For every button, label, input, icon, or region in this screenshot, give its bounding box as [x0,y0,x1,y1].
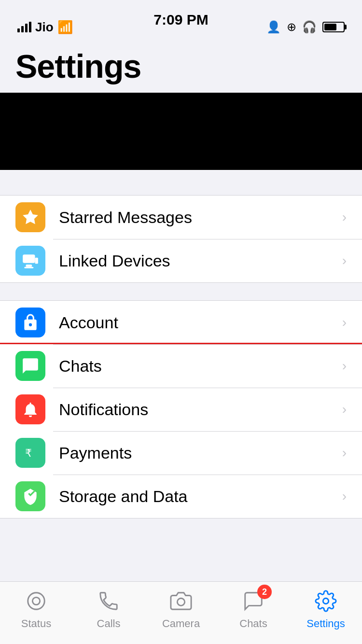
headphone-icon: 🎧 [302,20,317,34]
chevron-icon: › [342,489,347,504]
camera-tab-label: Camera [162,617,200,630]
starred-messages-label: Starred Messages [59,208,342,227]
payments-icon: ₹ [15,438,45,468]
chats-badge: 2 [257,585,272,599]
settings-tab-icon [315,590,337,612]
chevron-icon: › [342,315,347,330]
svg-rect-2 [24,267,33,268]
section-gap-1 [0,178,362,195]
signal-icon [17,22,31,32]
camera-tab-icon-wrap [167,588,195,615]
settings-tab-label: Settings [306,617,345,630]
chats-tab-icon-wrap: 2 [240,588,267,615]
chevron-icon: › [342,210,347,225]
linked-devices-icon [15,246,45,276]
camera-tab-icon [170,590,192,612]
account-label: Account [59,313,342,332]
notifications-label: Notifications [59,400,342,419]
svg-text:₹: ₹ [25,447,32,459]
linked-devices-row[interactable]: Linked Devices › [0,239,362,282]
chevron-icon: › [342,445,347,461]
page-title: Settings [15,47,347,85]
svg-rect-3 [35,258,38,264]
carrier-name: Jio [35,20,54,35]
chats-icon [15,351,45,381]
tab-calls[interactable]: Calls [72,588,145,630]
chats-row[interactable]: Chats › [0,344,362,388]
status-time: 7:09 PM [153,12,208,28]
svg-point-5 [28,593,45,610]
chats-label: Chats [59,357,342,376]
svg-rect-1 [26,265,32,267]
profile-card [0,93,362,170]
calls-tab-label: Calls [97,617,121,630]
status-tab-label: Status [21,617,51,630]
settings-tab-icon-wrap [312,588,339,615]
page-title-area: Settings [0,42,362,93]
settings-group-2: Account › Chats › Notifications › ₹ Paym… [0,300,362,518]
svg-point-8 [323,598,329,604]
person-icon: 👤 [266,20,281,34]
status-tab-icon-wrap [23,588,50,615]
starred-messages-row[interactable]: Starred Messages › [0,196,362,239]
status-bar: Jio 📶 7:09 PM 👤 ⊕ 🎧 [0,0,362,42]
payments-label: Payments [59,444,342,462]
payments-row[interactable]: ₹ Payments › [0,431,362,475]
linked-devices-label: Linked Devices [59,252,342,270]
account-row[interactable]: Account › [0,301,362,344]
starred-messages-icon [15,202,45,232]
notifications-row[interactable]: Notifications › [0,388,362,431]
svg-rect-0 [23,254,35,263]
tab-settings[interactable]: Settings [290,588,362,630]
tab-camera[interactable]: Camera [145,588,217,630]
carrier-signal: Jio 📶 [17,20,73,35]
status-tab-icon [25,590,47,612]
account-icon [15,308,45,337]
tab-status[interactable]: Status [0,588,72,630]
screen-record-icon: ⊕ [287,20,296,34]
wifi-icon: 📶 [57,20,73,35]
chats-tab-label: Chats [239,617,267,630]
battery-icon [322,22,345,32]
tab-chats[interactable]: 2 Chats [217,588,290,630]
chevron-icon: › [342,253,347,268]
storage-and-data-row[interactable]: Storage and Data › [0,475,362,518]
calls-tab-icon [97,590,120,612]
chevron-icon: › [342,358,347,374]
calls-tab-icon-wrap [95,588,122,615]
svg-point-7 [177,598,184,605]
storage-label: Storage and Data [59,487,342,506]
tab-bar: Status Calls Camera 2 Chats [0,581,362,644]
settings-group-1: Starred Messages › Linked Devices › [0,195,362,283]
status-indicators: 👤 ⊕ 🎧 [266,20,345,34]
bottom-spacer [0,518,362,586]
chevron-icon: › [342,402,347,417]
section-gap-2 [0,283,362,300]
notifications-icon [15,394,45,424]
storage-icon [15,481,45,511]
svg-point-6 [32,597,40,604]
